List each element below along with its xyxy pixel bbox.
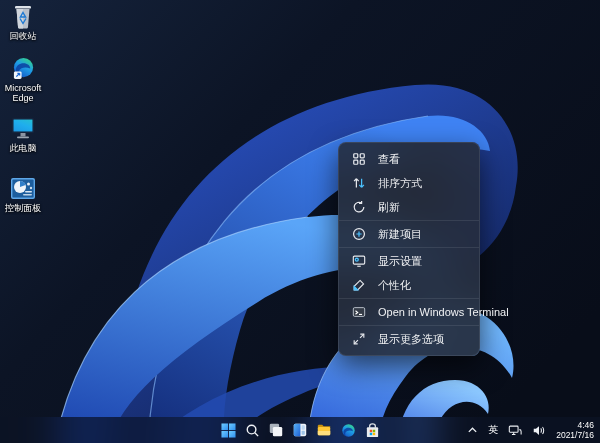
taskbar-tray: 英 4:46 2021/7/16 [466,417,595,443]
recycle-bin-icon [10,3,36,29]
view-icon [351,151,367,167]
clock-date: 2021/7/16 [556,430,594,440]
menu-item-open-in-windows-terminal[interactable]: Open in Windows Terminal [339,300,479,324]
file-explorer-button[interactable] [312,418,336,442]
edge-icon [10,55,36,81]
menu-separator [339,325,479,326]
menu-item-display-settings[interactable]: 显示设置 [339,249,479,273]
edge-icon [341,423,356,438]
chevron-up-icon [467,425,478,436]
menu-separator [339,220,479,221]
desktop: 回收站 Microsoft Edge [0,0,600,443]
personalize-icon [351,277,367,293]
widgets-button[interactable] [288,418,312,442]
tray-overflow-button[interactable] [466,419,479,441]
menu-item-label: 显示更多选项 [378,332,444,347]
new-item-icon [351,226,367,242]
menu-item-label: Open in Windows Terminal [378,306,509,318]
task-view-icon [268,422,284,438]
file-explorer-icon [316,422,332,438]
windows-logo-icon [221,423,236,438]
desktop-context-menu: 查看 排序方式 刷新 [338,142,480,356]
this-pc-icon [10,115,36,141]
clock[interactable]: 4:46 2021/7/16 [555,419,595,441]
more-options-icon [351,331,367,347]
sort-icon [351,175,367,191]
network-button[interactable] [507,419,523,441]
desktop-icon-this-pc[interactable]: 此电脑 [1,115,45,153]
widgets-icon [292,422,308,438]
menu-item-label: 查看 [378,152,400,167]
wallpaper-bloom [0,0,600,443]
search-button[interactable] [240,418,264,442]
volume-button[interactable] [531,419,547,441]
display-settings-icon [351,253,367,269]
menu-item-label: 个性化 [378,278,411,293]
edge-taskbar-button[interactable] [336,418,360,442]
menu-item-view[interactable]: 查看 [339,147,479,171]
menu-item-label: 排序方式 [378,176,422,191]
desktop-icon-edge[interactable]: Microsoft Edge [1,55,45,103]
desktop-icon-label: 回收站 [10,31,37,41]
language-indicator[interactable]: 英 [487,419,499,441]
menu-item-label: 显示设置 [378,254,422,269]
task-view-button[interactable] [264,418,288,442]
taskbar: 英 4:46 2021/7/16 [0,417,600,443]
start-button[interactable] [216,418,240,442]
desktop-icon-control-panel[interactable]: 控制面板 [1,175,45,213]
microsoft-store-icon [365,423,380,438]
store-button[interactable] [360,418,384,442]
volume-icon [532,424,546,437]
control-panel-icon [10,175,36,201]
desktop-icon-label: 控制面板 [5,203,41,213]
desktop-icon-label: 此电脑 [10,143,37,153]
taskbar-center-group [216,417,384,443]
menu-item-show-more-options[interactable]: 显示更多选项 [339,327,479,351]
menu-item-label: 新建项目 [378,227,422,242]
menu-item-refresh[interactable]: 刷新 [339,195,479,219]
menu-item-personalize[interactable]: 个性化 [339,273,479,297]
desktop-icon-recycle-bin[interactable]: 回收站 [1,3,45,41]
desktop-icon-label: Microsoft Edge [1,83,45,103]
terminal-icon [351,304,367,320]
menu-item-new-item[interactable]: 新建项目 [339,222,479,246]
search-icon [245,423,260,438]
refresh-icon [351,199,367,215]
clock-time: 4:46 [577,420,594,430]
menu-item-label: 刷新 [378,200,400,215]
network-icon [508,424,522,437]
menu-item-sort-by[interactable]: 排序方式 [339,171,479,195]
menu-separator [339,298,479,299]
menu-separator [339,247,479,248]
